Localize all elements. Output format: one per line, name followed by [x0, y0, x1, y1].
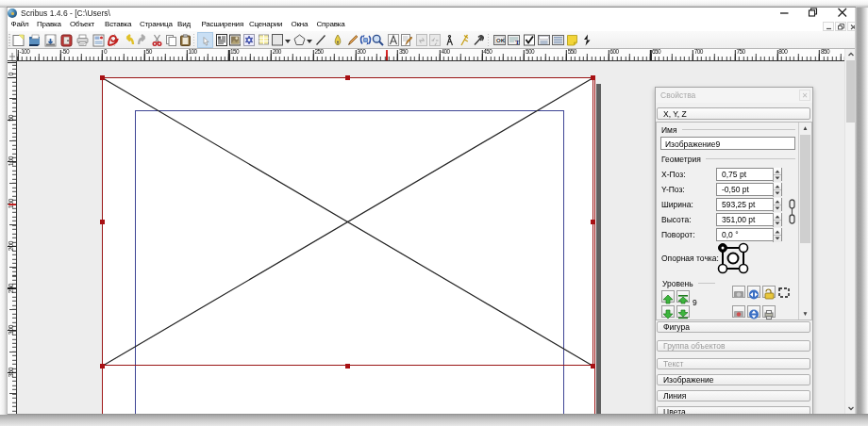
svg-text:OK: OK — [496, 38, 506, 43]
svg-text:T: T — [515, 39, 520, 46]
